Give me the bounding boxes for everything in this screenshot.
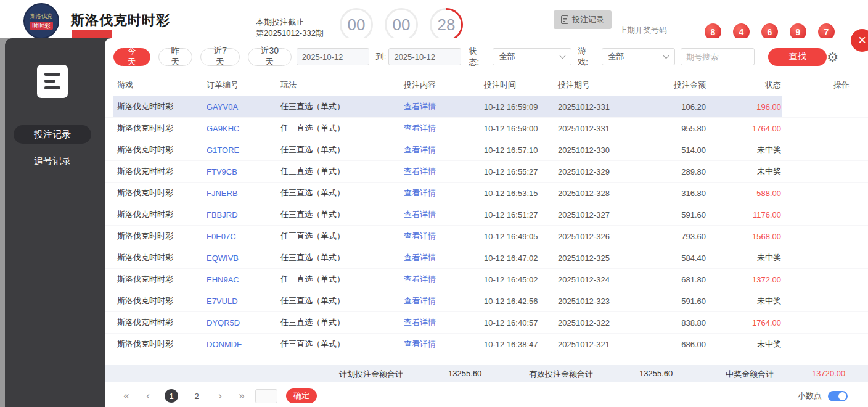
cell-play-type: 任三直选（单式） bbox=[280, 144, 404, 155]
view-detail-link[interactable]: 查看详情 bbox=[404, 145, 436, 154]
chevron-down-icon bbox=[663, 52, 669, 59]
table-body: 斯洛伐克时时彩GAYV0A任三直选（单式）查看详情10-12 16:59:092… bbox=[105, 96, 868, 355]
cell-bet-time: 10-12 16:47:02 bbox=[484, 253, 558, 263]
table-row[interactable]: 斯洛伐克时时彩G1TORE任三直选（单式）查看详情10-12 16:57:102… bbox=[105, 139, 868, 161]
cell-status: 1372.00 bbox=[706, 275, 781, 284]
table-row[interactable]: 斯洛伐克时时彩DONMDE任三直选（单式）查看详情10-12 16:38:472… bbox=[105, 334, 868, 355]
cell-content: 查看详情 bbox=[404, 339, 484, 350]
win-total-value: 13720.00 bbox=[812, 369, 845, 378]
view-detail-link[interactable]: 查看详情 bbox=[404, 318, 436, 327]
search-button[interactable]: 查找 bbox=[768, 48, 827, 66]
cell-game: 斯洛伐克时时彩 bbox=[117, 209, 207, 220]
table-row[interactable]: 斯洛伐克时时彩FBBJRD任三直选（单式）查看详情10-12 16:51:272… bbox=[105, 204, 868, 226]
cell-play-type: 任三直选（单式） bbox=[280, 101, 404, 112]
last-page-button[interactable]: » bbox=[237, 390, 247, 402]
cell-bet-time: 10-12 16:53:15 bbox=[484, 189, 558, 198]
cell-game: 斯洛伐克时时彩 bbox=[117, 101, 207, 112]
cell-amount: 584.40 bbox=[632, 253, 706, 263]
page-1-button[interactable]: 1 bbox=[165, 389, 178, 403]
logo-text-line2: 时时彩 bbox=[30, 22, 53, 30]
view-detail-link[interactable]: 查看详情 bbox=[404, 339, 436, 348]
cell-period: 20251012-331 bbox=[558, 102, 632, 112]
table-row[interactable]: 斯洛伐克时时彩GAYV0A任三直选（单式）查看详情10-12 16:59:092… bbox=[105, 96, 868, 118]
cell-order-id: G1TORE bbox=[207, 146, 280, 155]
cell-play-type: 任三直选（单式） bbox=[280, 187, 404, 199]
cell-bet-time: 10-12 16:42:56 bbox=[484, 297, 558, 306]
view-detail-link[interactable]: 查看详情 bbox=[404, 102, 436, 111]
cell-status: 588.00 bbox=[706, 189, 781, 198]
filter-30days-button[interactable]: 近30天 bbox=[248, 48, 292, 66]
cell-game: 斯洛伐克时时彩 bbox=[117, 144, 207, 155]
valid-total-value: 13255.60 bbox=[639, 369, 673, 378]
first-page-button[interactable]: « bbox=[121, 390, 131, 402]
settings-gear-icon[interactable]: ⚙ bbox=[827, 51, 838, 64]
view-detail-link[interactable]: 查看详情 bbox=[404, 296, 436, 305]
page-2-button[interactable]: 2 bbox=[190, 389, 203, 403]
countdown-hours: 00 bbox=[340, 8, 373, 41]
status-select[interactable]: 全部 bbox=[493, 48, 572, 65]
bet-record-button[interactable]: 投注记录 bbox=[554, 10, 612, 29]
cell-amount: 793.60 bbox=[632, 232, 706, 241]
cell-period: 20251012-330 bbox=[558, 146, 632, 155]
cell-order-id: E7VULD bbox=[207, 297, 280, 306]
table-row[interactable]: 斯洛伐克时时彩EHN9AC任三直选（单式）查看详情10-12 16:45:022… bbox=[105, 269, 868, 290]
cell-amount: 514.00 bbox=[632, 146, 706, 155]
table-row[interactable]: 斯洛伐克时时彩FTV9CB任三直选（单式）查看详情10-12 16:55:272… bbox=[105, 161, 868, 183]
decimal-label: 小数点 bbox=[798, 390, 822, 401]
bet-record-button-label: 投注记录 bbox=[572, 14, 604, 25]
view-detail-link[interactable]: 查看详情 bbox=[404, 188, 436, 197]
modal-sidebar: 投注记录 追号记录 bbox=[0, 38, 105, 407]
cell-bet-time: 10-12 16:40:57 bbox=[484, 318, 558, 327]
column-header: 操作 bbox=[781, 80, 850, 91]
cell-amount: 316.80 bbox=[632, 189, 706, 198]
cell-content: 查看详情 bbox=[404, 209, 484, 220]
summary-bar: 计划投注金额合计 13255.60 有效投注金额合计 13255.60 中奖金额… bbox=[105, 365, 868, 382]
filter-7days-button[interactable]: 近7天 bbox=[200, 48, 239, 66]
table-row[interactable]: 斯洛伐克时时彩FJNERB任三直选（单式）查看详情10-12 16:53:152… bbox=[105, 183, 868, 204]
view-detail-link[interactable]: 查看详情 bbox=[404, 210, 436, 219]
cell-order-id: EQWIVB bbox=[207, 253, 280, 263]
sidebar-item-chase-records[interactable]: 追号记录 bbox=[14, 152, 91, 170]
sidebar-item-bet-records[interactable]: 投注记录 bbox=[14, 125, 91, 144]
table-row[interactable]: 斯洛伐克时时彩F0E07C任三直选（单式）查看详情10-12 16:49:052… bbox=[105, 226, 868, 247]
view-detail-link[interactable]: 查看详情 bbox=[404, 253, 436, 262]
filter-today-button[interactable]: 今天 bbox=[113, 48, 150, 66]
prev-page-button[interactable]: ‹ bbox=[143, 390, 153, 402]
decimal-toggle[interactable] bbox=[828, 391, 848, 401]
column-header: 订单编号 bbox=[207, 80, 280, 91]
cell-status: 未中奖 bbox=[706, 144, 781, 155]
cell-play-type: 任三直选（单式） bbox=[280, 317, 404, 328]
page-title: 斯洛伐克时时彩 bbox=[71, 11, 170, 30]
cell-amount: 591.60 bbox=[632, 297, 706, 306]
filter-bar: 今天 昨天 近7天 近30天 到: 状态: 全部 游戏: 全部 查找 ⚙ bbox=[105, 38, 868, 68]
page-jump-input[interactable] bbox=[255, 389, 277, 403]
table-row[interactable]: 斯洛伐克时时彩EQWIVB任三直选（单式）查看详情10-12 16:47:022… bbox=[105, 247, 868, 269]
next-page-button[interactable]: › bbox=[215, 390, 225, 402]
cell-content: 查看详情 bbox=[404, 274, 484, 285]
table-row[interactable]: 斯洛伐克时时彩DYQR5D任三直选（单式）查看详情10-12 16:40:572… bbox=[105, 312, 868, 334]
number-ball: 4 bbox=[733, 23, 750, 40]
cell-amount: 838.80 bbox=[632, 318, 706, 327]
document-icon bbox=[561, 15, 568, 24]
lottery-logo: 斯洛伐克 时时彩 bbox=[23, 3, 59, 39]
game-select[interactable]: 全部 bbox=[602, 48, 676, 65]
countdown-seconds: 28 bbox=[430, 8, 463, 41]
table-row[interactable]: 斯洛伐克时时彩E7VULD任三直选（单式）查看详情10-12 16:42:562… bbox=[105, 290, 868, 312]
table-row[interactable]: 斯洛伐克时时彩GA9KHC任三直选（单式）查看详情10-12 16:59:002… bbox=[105, 118, 868, 139]
confirm-page-button[interactable]: 确定 bbox=[286, 388, 317, 403]
deadline-period: 第20251012-332期 bbox=[256, 28, 324, 39]
cell-period: 20251012-324 bbox=[558, 275, 632, 284]
decimal-control: 小数点 bbox=[798, 390, 848, 401]
countdown-timer: 00 00 28 bbox=[340, 8, 463, 41]
view-detail-link[interactable]: 查看详情 bbox=[404, 274, 436, 284]
date-from-input[interactable] bbox=[297, 48, 369, 65]
filter-yesterday-button[interactable]: 昨天 bbox=[158, 48, 193, 66]
view-detail-link[interactable]: 查看详情 bbox=[404, 231, 436, 240]
period-search-input[interactable] bbox=[681, 48, 755, 65]
cell-period: 20251012-326 bbox=[558, 232, 632, 241]
view-detail-link[interactable]: 查看详情 bbox=[404, 123, 436, 133]
view-detail-link[interactable]: 查看详情 bbox=[404, 166, 436, 176]
countdown-minutes-value: 00 bbox=[393, 15, 411, 35]
date-to-input[interactable] bbox=[388, 48, 461, 65]
cell-game: 斯洛伐克时时彩 bbox=[117, 317, 207, 328]
